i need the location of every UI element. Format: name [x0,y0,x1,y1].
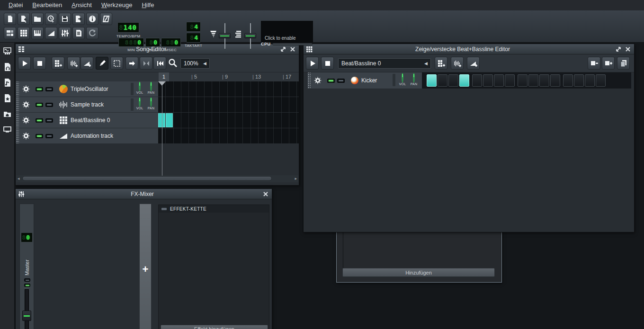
fx-channel-strip[interactable] [131,98,134,111]
bb-track-name[interactable]: Kicker [361,77,377,84]
new-from-template-button[interactable] [18,13,30,25]
rewind-button[interactable] [153,57,166,70]
step-cell-8[interactable] [505,74,515,87]
volume-knob-icon[interactable] [402,73,403,83]
sidebar-presets-tab[interactable] [3,79,11,87]
track-header[interactable]: Beat/Bassline 0 [16,113,158,128]
volume-knob-icon[interactable] [139,97,141,107]
track-pan-knob[interactable]: PAN [146,82,156,94]
step-cell-13[interactable] [563,74,573,87]
add-sample-track-button[interactable] [451,57,464,70]
track-grip[interactable] [16,113,19,128]
toggle-bb-editor-button[interactable] [18,27,30,39]
track-header[interactable]: Sample track VOL PAN [16,97,158,112]
close-button[interactable] [289,46,296,53]
track-grip[interactable] [16,97,19,112]
step-cell-4[interactable] [459,74,469,87]
add-automation-track-button[interactable] [467,57,480,70]
step-cell-2[interactable] [438,74,447,87]
step-cell-3[interactable] [448,74,458,87]
add-channel-button[interactable]: + [139,204,152,329]
add-steps-button[interactable] [602,57,615,70]
bb-track-header[interactable]: Kicker VOL PAN [307,72,422,89]
track-grip[interactable] [16,128,19,143]
step-cell-9[interactable] [518,74,528,87]
open-project-button[interactable] [31,13,44,25]
add-bb-track-button[interactable] [52,57,64,70]
save-project-button[interactable] [59,13,71,25]
play-button[interactable] [306,57,319,70]
playhead-marker[interactable] [158,81,166,86]
step-cell-1[interactable] [427,74,437,87]
song-horizontal-scrollbar[interactable]: ◂ ▸ [16,175,298,182]
add-effect-button[interactable]: Effekt hinzufügen [161,325,268,329]
clone-steps-button[interactable] [617,57,630,70]
track-pan-knob[interactable]: PAN [409,74,419,86]
fx-mixer-titlebar[interactable]: FX-Mixer [16,189,272,199]
whats-this-button[interactable] [100,13,112,25]
track-solo-led[interactable] [337,79,345,83]
time-sec-display[interactable]: 80 [145,38,160,47]
pan-knob-icon[interactable] [150,97,152,107]
restore-button[interactable] [615,46,622,53]
bb-editor-titlebar[interactable]: Zeige/verstecke Beat+Bassline Editor [304,44,634,54]
track-volume-knob[interactable]: VOL [397,74,408,86]
step-cell-6[interactable] [483,74,493,87]
menu-datei[interactable]: Datei [4,0,27,10]
track-solo-led[interactable] [45,118,53,123]
toggle-automation-editor-button[interactable] [45,27,57,39]
timesig-numerator-display[interactable]: 84 [186,22,201,32]
master-level-display[interactable]: 80 [21,232,33,242]
play-button[interactable] [18,57,31,70]
track-mute-led[interactable] [36,134,43,138]
track-timeline-cells[interactable] [158,81,299,97]
restore-button[interactable] [279,46,287,53]
close-button[interactable] [262,191,269,197]
track-timeline-cells[interactable] [158,113,299,128]
master-volume-slider[interactable] [219,23,231,49]
add-bb-track-button[interactable] [435,57,447,70]
remove-steps-button[interactable] [588,57,600,70]
toggle-song-editor-button[interactable] [4,27,16,39]
track-grip[interactable] [16,81,19,97]
track-grip[interactable] [307,72,311,89]
track-header[interactable]: Automation track [16,128,158,143]
track-name[interactable]: Sample track [71,101,104,108]
track-name[interactable]: Beat/Bassline 0 [71,117,110,124]
effect-chain-enable-checkbox[interactable] [161,208,167,210]
track-timeline-cells[interactable] [158,97,299,112]
step-cell-16[interactable] [596,74,606,87]
step-cell-14[interactable] [574,74,584,87]
channel-solo-led[interactable] [24,278,30,282]
master-pitch-handle[interactable] [244,33,256,38]
sidebar-home-tab[interactable] [3,110,11,118]
track-mute-led[interactable] [36,118,43,123]
pattern-selector[interactable]: Beat/Bassline 0 ◀ [338,58,431,69]
step-cell-15[interactable] [585,74,595,87]
step-cell-7[interactable] [494,74,504,87]
master-channel-strip[interactable]: 80 Master [19,204,34,329]
sidebar-favorites-tab[interactable] [3,94,11,102]
menu-ansicht[interactable]: Ansicht [67,0,97,10]
sidebar-instruments-tab[interactable] [3,47,11,55]
step-cell-10[interactable] [528,74,538,87]
step-cell-5[interactable] [472,74,482,87]
time-msec-display[interactable]: 880 [161,38,181,47]
menu-bearbeiten[interactable]: Bearbeiten [27,0,67,10]
project-info-button[interactable] [86,13,98,25]
pan-knob-icon[interactable] [150,81,152,91]
track-solo-led[interactable] [45,134,53,138]
tempo-display[interactable]: 8140 [117,22,139,33]
add-automation-track-button[interactable] [80,57,93,70]
scrollbar-thumb[interactable] [22,176,272,181]
track-header[interactable]: TripleOscillator VOL PAN [16,81,158,97]
track-mute-led[interactable] [327,79,335,83]
controller-add-button[interactable]: Hinzufügen [342,268,495,277]
stop-button[interactable] [321,57,334,70]
recent-projects-button[interactable] [45,13,57,25]
track-gear-icon[interactable] [21,115,31,125]
master-channel-label[interactable]: Master [20,257,34,278]
toggle-piano-roll-button[interactable] [31,27,44,39]
fx-channel-strip[interactable] [393,74,395,86]
stop-button[interactable] [33,57,46,70]
